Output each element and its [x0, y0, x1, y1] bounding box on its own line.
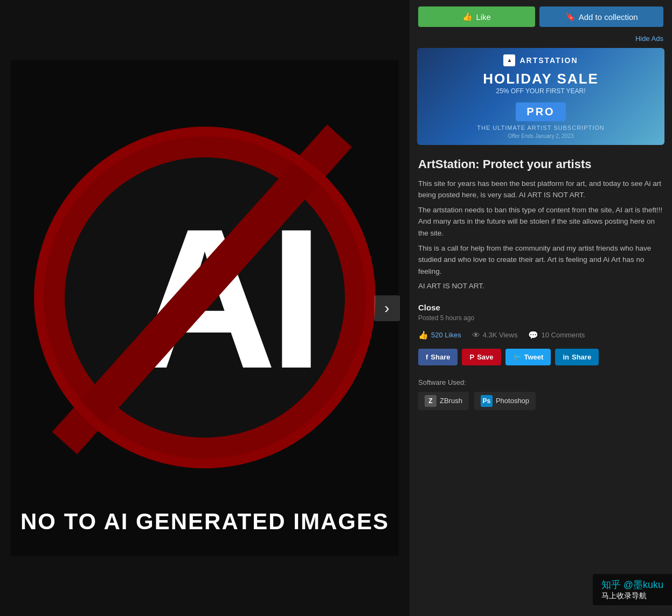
pinterest-icon: P: [469, 353, 474, 361]
artstation-logo-icon: ▲: [503, 54, 515, 66]
photoshop-label: Photoshop: [496, 397, 529, 405]
linkedin-share-label: Share: [572, 353, 591, 361]
pinterest-save-button[interactable]: P Save: [462, 349, 501, 365]
photoshop-icon: Ps: [481, 395, 493, 407]
zbrush-label: ZBrush: [440, 397, 462, 405]
software-list: Z ZBrush Ps Photoshop: [418, 392, 663, 410]
ad-offer-ends: Offer Ends January 2, 2023: [508, 133, 573, 139]
software-label: Software Used:: [418, 378, 663, 386]
twitter-icon: 🐦: [513, 353, 522, 361]
hide-ads-link[interactable]: Hide Ads: [410, 32, 672, 46]
twitter-tweet-button[interactable]: 🐦 Tweet: [505, 349, 551, 365]
image-panel: A I NO TO AI GENERATED IMAGES ›: [0, 0, 410, 616]
chevron-right-icon: ›: [384, 300, 389, 317]
like-label: Like: [476, 12, 491, 22]
next-button[interactable]: ›: [374, 295, 400, 321]
twitter-tweet-label: Tweet: [524, 353, 544, 361]
views-count: 4.3K Views: [483, 331, 518, 339]
ad-title: HOLIDAY SALE: [483, 71, 599, 87]
likes-stat[interactable]: 👍 520 Likes: [418, 330, 461, 340]
linkedin-share-button[interactable]: in Share: [555, 349, 599, 365]
thumbs-up-small-icon: 👍: [418, 330, 428, 340]
facebook-icon: f: [426, 353, 428, 361]
software-section: Software Used: Z ZBrush Ps Photoshop: [410, 374, 672, 416]
comments-stat[interactable]: 💬 10 Comments: [528, 330, 585, 340]
post-time: Posted 5 hours ago: [410, 313, 672, 327]
software-item-photoshop[interactable]: Ps Photoshop: [474, 392, 536, 410]
close-link[interactable]: Close: [410, 301, 672, 313]
ad-discount: 25% OFF YOUR FIRST YEAR!: [496, 87, 585, 95]
post-paragraph-4: AI ART IS NOT ART.: [418, 280, 663, 292]
comment-icon: 💬: [528, 330, 538, 340]
post-title: ArtStation: Protect your artists: [410, 153, 672, 178]
views-stat: 👁 4.3K Views: [472, 330, 518, 340]
artwork-svg: A I NO TO AI GENERATED IMAGES: [11, 60, 399, 556]
post-paragraph-1: This site for years has been the best pl…: [418, 178, 663, 201]
software-item-zbrush[interactable]: Z ZBrush: [418, 392, 469, 410]
eye-icon: 👁: [472, 330, 480, 340]
facebook-share-button[interactable]: f Share: [418, 349, 458, 365]
pinterest-save-label: Save: [477, 353, 493, 361]
svg-text:NO TO AI GENERATED IMAGES: NO TO AI GENERATED IMAGES: [20, 509, 389, 534]
ad-pro-badge: PRO: [516, 102, 565, 121]
artwork-container: A I NO TO AI GENERATED IMAGES ›: [0, 0, 410, 616]
likes-count[interactable]: 520 Likes: [431, 331, 461, 339]
comments-count: 10 Comments: [541, 331, 585, 339]
post-body: This site for years has been the best pl…: [410, 178, 672, 301]
post-paragraph-2: The artstation needs to ban this type of…: [418, 204, 663, 239]
share-buttons-row: f Share P Save 🐦 Tweet in Share: [410, 347, 672, 374]
artstation-logo-text: ARTSTATION: [519, 56, 578, 65]
post-paragraph-3: This is a call for help from the communi…: [418, 243, 663, 278]
like-button[interactable]: 👍 Like: [418, 6, 535, 27]
linkedin-icon: in: [563, 353, 569, 361]
stats-row: 👍 520 Likes 👁 4.3K Views 💬 10 Comments: [410, 327, 672, 347]
bookmark-icon: 🔖: [565, 12, 576, 22]
facebook-share-label: Share: [431, 353, 450, 361]
collection-label: Add to collection: [579, 12, 638, 22]
zbrush-icon: Z: [425, 395, 437, 407]
add-to-collection-button[interactable]: 🔖 Add to collection: [539, 6, 663, 27]
ad-logo: ▲ ARTSTATION: [503, 54, 578, 66]
thumbs-up-icon: 👍: [462, 12, 473, 22]
ad-tagline: THE ULTIMATE ARTIST SUBSCRIPTION: [477, 124, 605, 131]
action-buttons-row: 👍 Like 🔖 Add to collection: [410, 0, 672, 32]
ad-banner[interactable]: ▲ ARTSTATION HOLIDAY SALE 25% OFF YOUR F…: [417, 48, 664, 145]
sidebar: 👍 Like 🔖 Add to collection Hide Ads ▲ AR…: [410, 0, 672, 616]
